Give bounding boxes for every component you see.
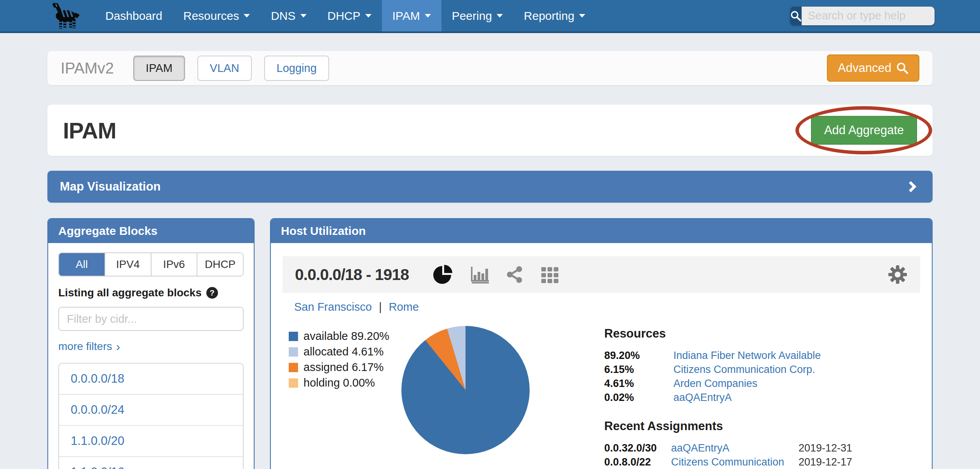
assignment-cidr: 0.0.8.0/22 xyxy=(604,455,671,469)
aggregate-list-item[interactable]: 1.1.0.0/20 xyxy=(59,425,243,456)
cidr-filter-input[interactable] xyxy=(58,307,244,331)
advanced-label: Advanced xyxy=(838,61,891,75)
caret-down-icon xyxy=(579,14,585,18)
host-utilization-panel: Host Utilization 0.0.0.0/18 - 1918 xyxy=(270,218,933,469)
utilization-pie xyxy=(401,326,530,454)
caret-down-icon xyxy=(300,14,307,18)
block-title: 0.0.0.0/18 - 1918 xyxy=(295,266,409,284)
aggregate-list-item[interactable]: 0.0.0.0/18 xyxy=(59,364,243,394)
legend-label: allocated 4.61% xyxy=(303,345,384,358)
legend-label: holding 0.00% xyxy=(303,376,375,389)
aggregate-list: 0.0.0.0/18 0.0.0.0/24 1.1.0.0/20 1.1.0.0… xyxy=(58,363,244,469)
recent-assignments-heading: Recent Assignments xyxy=(604,419,852,433)
assignment-link[interactable]: Citizens Communication Corp. xyxy=(671,455,799,469)
grid-view-button[interactable] xyxy=(540,265,559,284)
tab-ipv6[interactable]: IPv6 xyxy=(151,253,197,276)
legend-swatch-assigned xyxy=(289,363,298,372)
add-aggregate-button[interactable]: Add Aggregate xyxy=(811,116,917,145)
tab-all[interactable]: All xyxy=(59,253,105,276)
legend-item-available: available 89.20% xyxy=(289,330,398,343)
nav-item-label: Dashboard xyxy=(105,9,162,23)
zebra-logo[interactable] xyxy=(46,0,83,32)
nav-item-label: DNS xyxy=(271,9,295,23)
top-navbar: Dashboard Resources DNS DHCP IPAM Peerin… xyxy=(0,0,980,33)
bar-chart-view-button[interactable] xyxy=(469,265,490,284)
nav-item-label: Resources xyxy=(183,9,239,23)
assignment-row: 0.0.8.0/22 Citizens Communication Corp. … xyxy=(604,455,852,469)
resource-percent: 89.20% xyxy=(604,348,673,362)
global-search xyxy=(790,7,935,25)
resource-link[interactable]: Arden Companies xyxy=(673,376,852,390)
assignment-date: 2019-12-17 xyxy=(799,455,852,469)
resources-heading: Resources xyxy=(604,327,852,341)
nav-menu: Dashboard Resources DNS DHCP IPAM Peerin… xyxy=(95,0,596,32)
pie-legend: available 89.20% allocated 4.61% assigne… xyxy=(289,326,398,469)
bar-chart-icon xyxy=(469,265,490,284)
resource-link[interactable]: Indiana Fiber Network Available xyxy=(673,348,852,362)
resource-percent: 4.61% xyxy=(604,376,673,390)
tab-ipam[interactable]: IPAM xyxy=(133,56,185,81)
resource-row: 0.02% aaQAEntryA xyxy=(604,390,852,404)
toolbar-title: IPAMv2 xyxy=(61,60,114,77)
pie-chart-view-button[interactable] xyxy=(433,264,453,285)
listing-label-text: Listing all aggregate blocks xyxy=(58,287,202,299)
more-filters-link[interactable]: more filters › xyxy=(58,340,120,353)
nav-item-dashboard[interactable]: Dashboard xyxy=(95,0,173,32)
resource-row: 6.15% Citizens Communication Corp. xyxy=(604,362,852,376)
nav-item-peering[interactable]: Peering xyxy=(441,0,513,32)
listing-label: Listing all aggregate blocks ? xyxy=(58,287,244,299)
location-link-san-franscisco[interactable]: San Franscisco xyxy=(294,301,372,313)
add-aggregate-wrap: Add Aggregate xyxy=(811,116,917,145)
nav-item-dns[interactable]: DNS xyxy=(260,0,317,32)
chevron-right-icon xyxy=(905,181,916,192)
advanced-search-button[interactable]: Advanced xyxy=(827,54,919,82)
tab-dhcp[interactable]: DHCP xyxy=(197,253,243,276)
page-title: IPAM xyxy=(63,117,116,144)
aggregate-filter-tabs: All IPV4 IPv6 DHCP xyxy=(58,252,244,276)
tab-logging[interactable]: Logging xyxy=(264,56,329,81)
zebra-logo-icon xyxy=(46,2,83,30)
magnifier-icon xyxy=(896,62,909,74)
resource-row: 4.61% Arden Companies xyxy=(604,376,852,390)
nav-item-label: Peering xyxy=(452,9,492,23)
aggregate-list-item[interactable]: 0.0.0.0/24 xyxy=(59,394,243,425)
pie-chart-icon xyxy=(433,264,453,285)
map-visualization-title: Map Visualization xyxy=(60,180,161,194)
caret-down-icon xyxy=(365,14,371,18)
assignment-date: 2019-12-31 xyxy=(799,441,852,455)
legend-item-holding: holding 0.00% xyxy=(289,376,398,389)
tab-ipv4[interactable]: IPV4 xyxy=(105,253,151,276)
resource-link[interactable]: Citizens Communication Corp. xyxy=(673,362,852,376)
more-filters-label: more filters xyxy=(58,340,112,353)
nav-item-ipam[interactable]: IPAM xyxy=(382,0,441,32)
nav-item-reporting[interactable]: Reporting xyxy=(513,0,596,32)
tab-vlan[interactable]: VLAN xyxy=(197,56,252,81)
gear-icon xyxy=(888,264,908,285)
nav-item-dhcp[interactable]: DHCP xyxy=(317,0,382,32)
block-header-strip: 0.0.0.0/18 - 1918 xyxy=(282,256,920,293)
aggregate-list-item[interactable]: 1.1.0.0/16 xyxy=(59,456,243,469)
search-button[interactable] xyxy=(790,7,802,25)
resource-percent: 0.02% xyxy=(604,390,673,404)
share-view-button[interactable] xyxy=(506,266,524,284)
map-visualization-bar[interactable]: Map Visualization xyxy=(47,171,933,203)
page-header: IPAM Add Aggregate xyxy=(47,105,933,156)
legend-item-assigned: assigned 6.17% xyxy=(289,361,398,374)
search-icon xyxy=(790,10,802,22)
location-link-rome[interactable]: Rome xyxy=(389,301,419,313)
resource-row: 89.20% Indiana Fiber Network Available xyxy=(604,348,852,362)
settings-button[interactable] xyxy=(888,264,908,285)
assignment-row: 0.0.32.0/30 aaQAEntryA 2019-12-31 xyxy=(604,441,852,455)
ipamv2-toolbar: IPAMv2 IPAM VLAN Logging Advanced xyxy=(47,51,933,85)
search-input[interactable] xyxy=(802,7,935,25)
resource-link[interactable]: aaQAEntryA xyxy=(673,390,852,404)
nav-item-resources[interactable]: Resources xyxy=(173,0,260,32)
assignment-cidr: 0.0.32.0/30 xyxy=(604,441,671,455)
help-question-icon[interactable]: ? xyxy=(206,287,218,299)
caret-down-icon xyxy=(425,14,431,18)
aggregate-blocks-panel: Aggregate Blocks All IPV4 IPv6 DHCP List… xyxy=(47,218,255,469)
stats-column: Resources 89.20% Indiana Fiber Network A… xyxy=(604,326,852,469)
utilization-chart-row: available 89.20% allocated 4.61% assigne… xyxy=(282,326,920,469)
assignment-link[interactable]: aaQAEntryA xyxy=(671,441,799,455)
share-icon xyxy=(506,266,524,284)
